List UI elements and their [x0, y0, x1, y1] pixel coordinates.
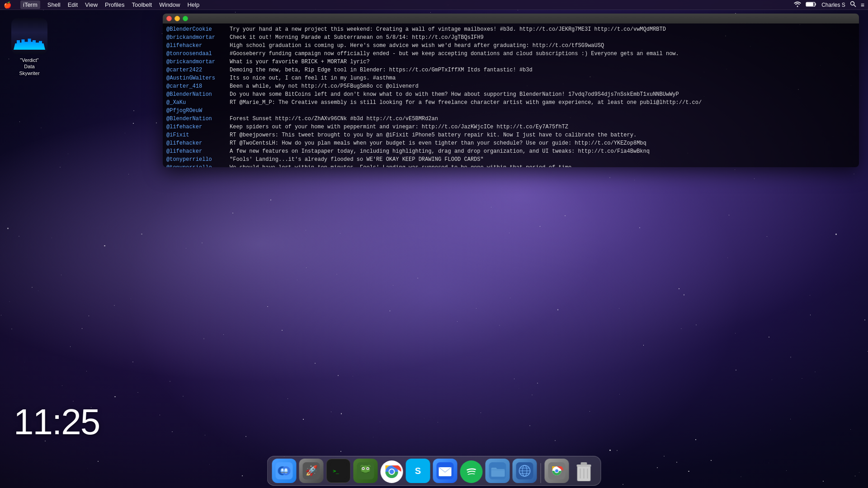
- tweet-username: @BlenderCookie: [166, 25, 230, 33]
- dock-item-skype[interactable]: S: [406, 459, 430, 483]
- menu-item-help[interactable]: Help: [187, 1, 199, 8]
- tweet-content: "Fools' Landing...it's already flooded s…: [230, 155, 484, 164]
- tweet-content: Been a while, why not http://t.co/P5FBug…: [230, 82, 419, 90]
- tweet-content: What is your favorite BRICK + MORTAR lyr…: [230, 58, 370, 66]
- tweet-username: @tonyperriello: [166, 164, 230, 167]
- tweet-username: @lifehacker: [166, 123, 230, 131]
- tweet-content: #Gooseberry funding campaign now officia…: [230, 50, 679, 58]
- terminal-tweet-line: @brickandmortarCheck it out! Morning Par…: [166, 33, 855, 42]
- terminal-tweet-line: @iFixitRT @beejpowers: This tweet brough…: [166, 131, 855, 139]
- user-name[interactable]: Charles S: [821, 2, 845, 8]
- terminal-tweet-line: @_XaKuRT @Marie_M_P: The Creative assemb…: [166, 99, 855, 107]
- tweet-content: A few new features on Instapaper today, …: [230, 147, 650, 155]
- dock-item-spotify[interactable]: [460, 460, 483, 483]
- svg-point-30: [462, 462, 481, 481]
- tweet-content: RT @Marie_M_P: The Creative assembly is …: [230, 99, 702, 107]
- window-close-button[interactable]: [166, 16, 172, 21]
- dock-item-network[interactable]: [513, 459, 537, 483]
- dock-item-trash[interactable]: [572, 459, 596, 483]
- wifi-icon[interactable]: [794, 1, 801, 9]
- menubar-options-icon[interactable]: ≡: [861, 1, 864, 9]
- svg-point-20: [363, 468, 364, 469]
- desktop-icon-label: "Verdict"DataSkywriter: [19, 57, 39, 76]
- terminal-tweet-line: @lifehackerA few new features on Instapa…: [166, 147, 855, 155]
- terminal-tweet-line: @AustinGWaltersIts so nice out, I can fe…: [166, 74, 855, 82]
- tweet-content: Try your hand at a new project this week…: [230, 25, 666, 33]
- svg-point-2: [850, 2, 854, 5]
- tweet-username: @AustinGWalters: [166, 74, 230, 82]
- svg-point-41: [555, 469, 558, 473]
- terminal-tweet-line: @lifehackerKeep spiders out of your home…: [166, 123, 855, 131]
- tweet-username: @lifehacker: [166, 42, 230, 50]
- svg-point-10: [282, 469, 283, 471]
- terminal-tweet-line: @lifehackerRT @TwoCentsLH: How do you pl…: [166, 139, 855, 147]
- tweet-username: @_XaKu: [166, 99, 230, 107]
- apple-menu[interactable]: 🍎: [4, 1, 11, 9]
- terminal-tweet-line: @BlenderNationDo you have some BitCoins …: [166, 90, 855, 99]
- svg-line-3: [854, 5, 856, 7]
- menu-item-shell[interactable]: Shell: [47, 1, 61, 8]
- dock-item-mail[interactable]: [433, 459, 458, 483]
- svg-text:🚀: 🚀: [305, 465, 318, 477]
- tweet-username: @lifehacker: [166, 139, 230, 147]
- menu-item-edit[interactable]: Edit: [68, 1, 78, 8]
- dock-item-launchpad[interactable]: 🚀: [299, 459, 324, 483]
- terminal-tweet-line: @BlenderNationForest Sunset http://t.co/…: [166, 115, 855, 123]
- tweet-username: @iFixit: [166, 131, 230, 139]
- terminal-tweet-line: @lifehackerHigh school graduation is com…: [166, 42, 855, 50]
- tweet-content: Forest Sunset http://t.co/ZhAXv96CNk #b3…: [230, 115, 438, 123]
- tweet-username: @brickandmortar: [166, 33, 230, 42]
- menu-item-toolbelt[interactable]: Toolbelt: [132, 1, 152, 8]
- desktop: 🍎 iTerm Shell Edit View Profiles Toolbel…: [0, 0, 868, 488]
- tweet-content: We should have lost within ten minutes, …: [230, 164, 571, 167]
- terminal-tweet-line: @PfjogROeuW: [166, 107, 855, 115]
- menubar-right: Charles S ≡: [794, 1, 864, 9]
- tweet-content: RT @TwoCentsLH: How do you plan meals wh…: [230, 139, 646, 147]
- tweet-username: @carter_418: [166, 82, 230, 90]
- tweet-content: RT @beejpowers: This tweet brought to yo…: [230, 131, 637, 139]
- tweet-content: Check it out! Morning Parade at Subterra…: [230, 33, 484, 42]
- clock: 11:25: [14, 401, 99, 443]
- tweet-content: High school graduation is coming up. Her…: [230, 42, 604, 50]
- terminal-titlebar: [163, 14, 859, 23]
- terminal-tweet-line: @tonyperrielloWe should have lost within…: [166, 164, 855, 167]
- terminal-content[interactable]: @BlenderCookieTry your hand at a new pro…: [163, 23, 859, 167]
- svg-point-21: [367, 468, 368, 469]
- terminal-tweet-line: @carter2422Demoing the new, beta, Rip Ed…: [166, 66, 855, 74]
- svg-rect-1: [807, 3, 813, 6]
- dock-item-chrome[interactable]: [381, 460, 403, 483]
- dock-separator: [541, 463, 541, 483]
- dock-item-finder[interactable]: [272, 459, 297, 483]
- tweet-username: @brickandmortar: [166, 58, 230, 66]
- tweet-content: Demoing the new, beta, Rip Edge tool in …: [230, 66, 533, 74]
- tweet-content: Its so nice out, I can feel it in my lun…: [230, 74, 396, 82]
- battery-icon[interactable]: [806, 1, 817, 9]
- menu-item-view[interactable]: View: [85, 1, 98, 8]
- tweet-username: @tonyperriello: [166, 155, 230, 164]
- svg-rect-45: [581, 462, 587, 465]
- dock-item-files[interactable]: [486, 459, 510, 483]
- desktop-icon-iterm[interactable]: "Verdict"DataSkywriter: [9, 18, 50, 76]
- dock-item-chrome-canary[interactable]: [545, 459, 569, 483]
- dock-item-rdio[interactable]: [354, 459, 378, 483]
- menu-item-profiles[interactable]: Profiles: [105, 1, 124, 8]
- menu-item-iterm[interactable]: iTerm: [20, 0, 40, 9]
- terminal-window: @BlenderCookieTry your hand at a new pro…: [163, 14, 859, 167]
- terminal-tweet-line: @brickandmortarWhat is your favorite BRI…: [166, 58, 855, 66]
- menu-item-window[interactable]: Window: [159, 1, 180, 8]
- tweet-username: @tonroosendaal: [166, 50, 230, 58]
- window-minimize-button[interactable]: [175, 16, 180, 21]
- dock-item-terminal[interactable]: >_: [326, 459, 351, 483]
- window-maximize-button[interactable]: [183, 16, 188, 21]
- tweet-username: @PfjogROeuW: [166, 107, 230, 115]
- svg-text:S: S: [415, 466, 421, 476]
- svg-point-25: [390, 469, 394, 474]
- search-icon[interactable]: [850, 1, 856, 9]
- svg-point-11: [285, 469, 287, 471]
- dock: 🚀 >_: [267, 456, 601, 486]
- terminal-tweet-line: @tonyperriello"Fools' Landing...it's alr…: [166, 155, 855, 164]
- tweet-username: @lifehacker: [166, 147, 230, 155]
- iterm-icon-image: [11, 18, 47, 54]
- tweet-content: Do you have some BitCoins left and don't…: [230, 90, 679, 99]
- terminal-tweet-line: @tonroosendaal#Gooseberry funding campai…: [166, 50, 855, 58]
